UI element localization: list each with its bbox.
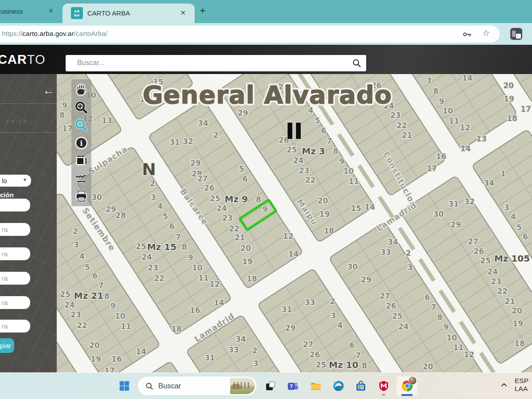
parcel-number: 20 [89, 341, 100, 350]
tab-business[interactable]: usiness ✕ [0, 0, 62, 23]
parcel-number: 6 [169, 222, 175, 231]
nomenclatura-field-3[interactable] [0, 247, 30, 260]
browser-tab-strip: usiness ✕ ARBA CARTO ARBA ✕ + [0, 0, 532, 23]
start-button[interactable] [115, 376, 133, 396]
zoom-in-button[interactable] [73, 98, 90, 116]
chrome-profile-avatar [408, 376, 417, 385]
parcel-number: 19 [504, 94, 514, 103]
parcel-number: 14 [460, 144, 471, 153]
parcel-number: 4 [79, 252, 85, 261]
chrome-icon-active[interactable] [397, 376, 417, 396]
limpiar-button[interactable]: piar [0, 338, 14, 353]
identify-info-button[interactable]: i [73, 134, 90, 152]
roman-numeral-ii [287, 122, 293, 139]
tab-carto-arba[interactable]: ARBA CARTO ARBA ✕ [63, 4, 195, 23]
parcel-number: 23 [299, 166, 309, 175]
parcel-number: 26 [386, 301, 396, 310]
tray-chevron-icon[interactable] [499, 380, 509, 390]
nomenclatura-field-1[interactable] [0, 199, 30, 211]
parcel-number: 5 [315, 116, 320, 125]
tab-carto-arba-close-icon[interactable]: ✕ [180, 9, 186, 17]
parcel-number: 9 [443, 323, 449, 332]
parcel-number: 19 [90, 355, 101, 364]
new-tab-button[interactable]: + [200, 4, 206, 17]
parcel-number: 7 [98, 281, 104, 290]
collapse-sidebar-button[interactable]: ← [43, 84, 55, 98]
parcel-number: 29 [361, 275, 372, 284]
partido-dropdown[interactable]: lo ▼ [0, 175, 31, 187]
language-indicator[interactable]: ESPLAA [515, 377, 528, 393]
zoom-out-button-active[interactable] [73, 116, 90, 134]
parcel-number: 11 [198, 274, 209, 282]
parcel-number: 8 [59, 111, 65, 120]
sidebar-divider [0, 103, 57, 104]
measure-button[interactable] [73, 169, 90, 187]
parcel-number: 1 [501, 169, 506, 178]
tab-carto-arba-title: CARTO ARBA [87, 9, 130, 17]
svg-text:i: i [80, 138, 83, 147]
parcel-number: 24 [487, 267, 498, 276]
bookmark-star-icon[interactable]: ☆ [482, 28, 490, 38]
map-search-input[interactable]: Buscar... [66, 55, 366, 71]
parcel-number: 3 [504, 203, 509, 212]
parcel-number: 17 [520, 105, 531, 113]
parcel-number: 34 [387, 238, 398, 246]
parcel-number: 6 [425, 293, 430, 302]
parcel-number: 18 [514, 339, 525, 348]
parcel-number: 4 [337, 321, 343, 330]
microsoft-store-icon[interactable] [352, 376, 370, 396]
parcel-number: 16 [111, 355, 122, 364]
full-extent-button[interactable] [73, 152, 90, 169]
teams-icon[interactable]: T [284, 376, 302, 396]
parcel-number: 3 [253, 359, 258, 368]
map-title: General Alvarado [143, 80, 392, 109]
nomenclatura-field-2[interactable] [0, 223, 30, 236]
nomenclatura-field-6[interactable] [0, 320, 30, 332]
extension-icon[interactable] [510, 28, 522, 40]
nomenclatura-field-4[interactable] [0, 272, 30, 285]
parcel-number: 8 [333, 147, 338, 156]
pan-tool-button[interactable] [73, 81, 90, 98]
task-view-button[interactable] [261, 376, 280, 396]
parcel-number: 6 [92, 271, 98, 280]
running-indicator [382, 394, 385, 395]
password-key-icon[interactable] [462, 29, 472, 39]
search-icon[interactable] [352, 58, 362, 68]
parcel-number: 18 [171, 325, 182, 333]
parcel-number: 8 [433, 87, 438, 96]
taskbar-search-box[interactable]: Buscar [137, 376, 257, 396]
tab-business-close-icon[interactable]: ✕ [48, 7, 54, 14]
parcel-number: 13 [102, 116, 112, 125]
parcel-number: 2 [252, 346, 258, 355]
parcel-number: 8 [256, 195, 261, 204]
parcel-number: 9 [110, 301, 116, 310]
cadastral-map[interactable]: 1517101213981731323422922625242322456789… [57, 74, 532, 372]
edge-icon[interactable] [329, 376, 348, 396]
mcafee-icon[interactable] [374, 376, 393, 396]
parcel-number: 10 [192, 263, 203, 272]
search-form-sidebar: ← CHILE lo ▼ ción piar [0, 74, 57, 372]
parcel-number: 29 [190, 159, 201, 168]
parcel-number: 24 [293, 156, 304, 165]
parcel-number: 23 [390, 111, 401, 120]
sidebar-map-watermark: CHILE [6, 119, 28, 124]
search-highlight-image[interactable] [230, 378, 255, 394]
parcel-number: 23 [148, 263, 158, 272]
print-button[interactable] [73, 187, 90, 205]
svg-text:T: T [290, 383, 293, 389]
file-explorer-icon[interactable] [306, 376, 325, 396]
parcel-number: 6 [349, 341, 355, 350]
parcel-number: 18 [246, 274, 257, 283]
parcel-number: 27 [468, 237, 478, 246]
parcel-number: 24 [64, 301, 75, 309]
nomenclatura-field-5[interactable] [0, 296, 30, 309]
parcel-number: 7 [176, 233, 181, 242]
parcel-number: 7 [426, 77, 432, 86]
parcel-number: 14 [214, 298, 224, 307]
parcel-number: 10 [115, 312, 125, 321]
parcel-number: 20 [512, 306, 522, 315]
address-bar[interactable]: https://carto.arba.gov.ar/cartoArba/ ☆ [0, 26, 500, 43]
parcel-number: 7 [431, 303, 436, 312]
carto-app-header: CARTO Buscar... [0, 45, 532, 74]
windows-taskbar: Buscar T [0, 372, 532, 399]
